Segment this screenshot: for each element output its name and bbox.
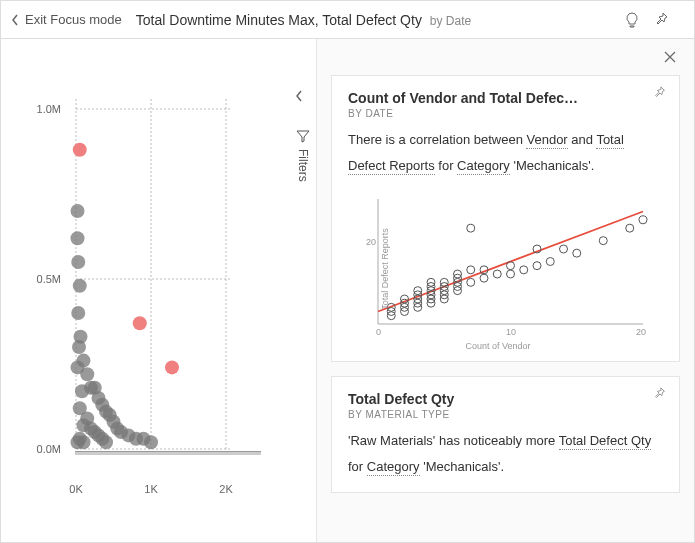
linked-term[interactable]: Category (457, 158, 510, 175)
svg-point-7 (71, 231, 85, 245)
x-axis-scroll[interactable] (75, 451, 261, 455)
svg-point-6 (71, 204, 85, 218)
svg-point-8 (71, 255, 85, 269)
linked-term[interactable]: Category (367, 459, 420, 476)
mini-x-label: Count of Vendor (348, 341, 648, 351)
close-icon[interactable] (662, 49, 678, 65)
main-visual-pane: 1.0M 0.5M 0.0M 0K 1K 2K Filters (1, 39, 316, 542)
collapse-chevron-icon[interactable] (294, 89, 304, 103)
svg-point-81 (507, 270, 515, 278)
lightbulb-icon[interactable] (624, 12, 654, 28)
svg-point-37 (144, 435, 158, 449)
insight-description: 'Raw Materials' has noticeably more Tota… (348, 428, 663, 480)
svg-point-42 (133, 316, 147, 330)
title-sub: by Date (430, 14, 471, 28)
svg-point-75 (467, 278, 475, 286)
svg-point-40 (71, 435, 85, 449)
insights-pane: Count of Vendor and Total Defec… BY DATE… (316, 39, 694, 542)
insight-title: Total Defect Qty (348, 391, 663, 407)
linked-term[interactable]: Vendor (526, 132, 567, 149)
linked-term[interactable]: Total Defect Qty (559, 433, 651, 450)
svg-point-77 (467, 224, 475, 232)
svg-point-83 (520, 266, 528, 274)
x-tick: 0K (69, 483, 82, 495)
exit-focus-button[interactable]: Exit Focus mode (11, 12, 122, 27)
svg-point-76 (467, 266, 475, 274)
main-scatter-chart[interactable]: 1.0M 0.5M 0.0M 0K 1K 2K (21, 59, 261, 479)
insight-subtitle: BY DATE (348, 108, 663, 119)
svg-point-87 (560, 245, 568, 253)
svg-point-41 (73, 143, 87, 157)
insight-mini-chart[interactable]: Total Defect Reports 20 0 10 20 Count of… (348, 189, 648, 349)
svg-point-12 (72, 340, 86, 354)
mini-y-label: Total Defect Reports (380, 228, 390, 310)
svg-point-89 (599, 237, 607, 245)
svg-point-90 (626, 224, 634, 232)
pin-icon[interactable] (654, 12, 684, 28)
svg-point-88 (573, 249, 581, 257)
filters-pane-toggle[interactable]: Filters (290, 129, 316, 209)
y-tick: 1.0M (37, 103, 61, 115)
svg-point-15 (80, 367, 94, 381)
svg-point-86 (546, 258, 554, 266)
y-tick: 0.0M (37, 443, 61, 455)
insight-title: Count of Vendor and Total Defec… (348, 90, 663, 106)
svg-point-10 (71, 306, 85, 320)
insight-description: There is a correlation between Vendor an… (348, 127, 663, 179)
header-bar: Exit Focus mode Total Downtime Minutes M… (1, 1, 694, 39)
svg-point-18 (75, 384, 89, 398)
body: 1.0M 0.5M 0.0M 0K 1K 2K Filters Count of… (1, 39, 694, 542)
page-title: Total Downtime Minutes Max, Total Defect… (136, 12, 471, 28)
svg-point-38 (99, 435, 113, 449)
svg-point-78 (480, 274, 488, 282)
insight-card: Count of Vendor and Total Defec… BY DATE… (331, 75, 680, 362)
filters-label: Filters (296, 149, 310, 182)
y-tick: 0.5M (37, 273, 61, 285)
svg-point-80 (493, 270, 501, 278)
pin-icon[interactable] (653, 86, 667, 100)
svg-point-82 (507, 262, 515, 270)
x-tick: 1K (144, 483, 157, 495)
svg-point-91 (639, 216, 647, 224)
exit-label: Exit Focus mode (25, 12, 122, 27)
svg-point-84 (533, 262, 541, 270)
insight-subtitle: BY MATERIAL TYPE (348, 409, 663, 420)
svg-point-9 (73, 279, 87, 293)
chevron-left-icon (11, 14, 19, 26)
x-tick: 2K (219, 483, 232, 495)
insight-card: Total Defect Qty BY MATERIAL TYPE 'Raw M… (331, 376, 680, 493)
pin-icon[interactable] (653, 387, 667, 401)
svg-point-43 (165, 360, 179, 374)
filter-icon (296, 129, 310, 143)
title-main: Total Downtime Minutes Max, Total Defect… (136, 12, 422, 28)
